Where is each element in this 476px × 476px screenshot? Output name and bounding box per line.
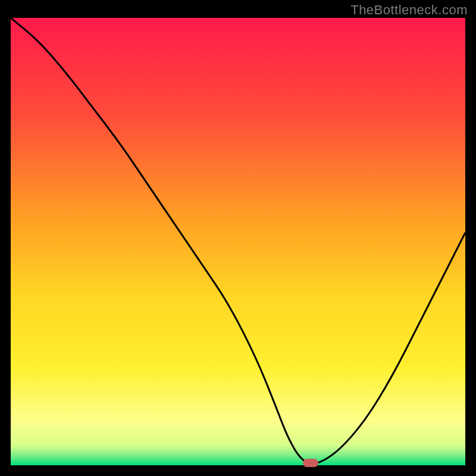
chart-frame: TheBottleneck.com xyxy=(0,0,476,476)
chart-svg xyxy=(11,18,465,465)
bottleneck-chart xyxy=(11,18,465,465)
gradient-background xyxy=(11,18,465,465)
optimal-point-marker xyxy=(303,459,318,467)
watermark-text: TheBottleneck.com xyxy=(350,2,468,18)
